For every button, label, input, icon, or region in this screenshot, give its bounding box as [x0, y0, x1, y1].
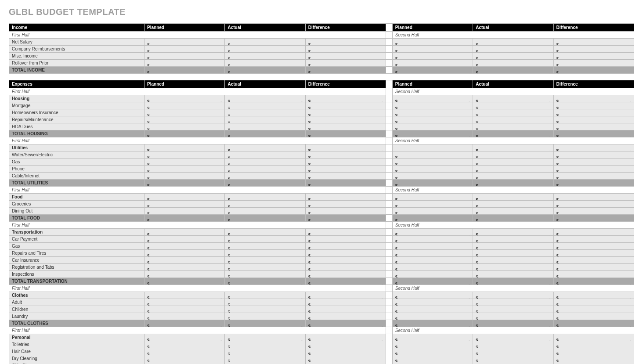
money-cell[interactable]	[392, 201, 473, 208]
money-cell[interactable]	[225, 159, 305, 166]
money-cell[interactable]	[305, 39, 386, 46]
money-cell[interactable]	[392, 159, 473, 166]
money-cell[interactable]	[225, 151, 305, 159]
money-cell[interactable]	[392, 243, 473, 250]
money-cell[interactable]	[305, 320, 386, 327]
money-cell[interactable]	[473, 46, 553, 53]
money-cell[interactable]	[553, 173, 634, 180]
money-cell[interactable]	[553, 355, 634, 362]
money-cell[interactable]	[305, 180, 386, 187]
money-cell[interactable]	[225, 208, 305, 215]
money-cell[interactable]	[473, 102, 553, 109]
money-cell[interactable]	[392, 151, 473, 159]
money-cell[interactable]	[553, 236, 634, 243]
money-cell[interactable]	[392, 102, 473, 109]
money-cell[interactable]	[225, 60, 305, 67]
money-cell[interactable]	[553, 306, 634, 313]
money-cell[interactable]	[305, 362, 386, 364]
money-cell[interactable]	[144, 243, 225, 250]
money-cell[interactable]	[144, 95, 225, 102]
money-cell[interactable]	[473, 250, 553, 257]
money-cell[interactable]	[553, 151, 634, 159]
money-cell[interactable]	[144, 123, 225, 130]
money-cell[interactable]	[392, 180, 473, 187]
money-cell[interactable]	[553, 159, 634, 166]
money-cell[interactable]	[553, 264, 634, 271]
money-cell[interactable]	[305, 116, 386, 123]
money-cell[interactable]	[553, 95, 634, 102]
money-cell[interactable]	[473, 123, 553, 130]
money-cell[interactable]	[553, 130, 634, 137]
money-cell[interactable]	[392, 46, 473, 53]
money-cell[interactable]	[305, 278, 386, 285]
money-cell[interactable]	[553, 299, 634, 306]
money-cell[interactable]	[553, 46, 634, 53]
money-cell[interactable]	[305, 264, 386, 271]
money-cell[interactable]	[553, 271, 634, 278]
money-cell[interactable]	[553, 250, 634, 257]
money-cell[interactable]	[473, 292, 553, 299]
money-cell[interactable]	[144, 39, 225, 46]
money-cell[interactable]	[553, 341, 634, 348]
money-cell[interactable]	[473, 306, 553, 313]
money-cell[interactable]	[144, 299, 225, 306]
money-cell[interactable]	[305, 250, 386, 257]
money-cell[interactable]	[305, 299, 386, 306]
money-cell[interactable]	[144, 109, 225, 116]
money-cell[interactable]	[144, 116, 225, 123]
money-cell[interactable]	[473, 278, 553, 285]
money-cell[interactable]	[553, 313, 634, 320]
money-cell[interactable]	[553, 109, 634, 116]
money-cell[interactable]	[553, 362, 634, 364]
money-cell[interactable]	[225, 144, 305, 151]
money-cell[interactable]	[305, 151, 386, 159]
money-cell[interactable]	[473, 243, 553, 250]
money-cell[interactable]	[225, 102, 305, 109]
money-cell[interactable]	[305, 123, 386, 130]
money-cell[interactable]	[473, 130, 553, 137]
money-cell[interactable]	[392, 130, 473, 137]
money-cell[interactable]	[553, 123, 634, 130]
money-cell[interactable]	[392, 60, 473, 67]
money-cell[interactable]	[553, 116, 634, 123]
money-cell[interactable]	[473, 194, 553, 201]
money-cell[interactable]	[553, 229, 634, 236]
money-cell[interactable]	[305, 257, 386, 264]
money-cell[interactable]	[305, 173, 386, 180]
money-cell[interactable]	[144, 215, 225, 222]
money-cell[interactable]	[553, 102, 634, 109]
money-cell[interactable]	[144, 271, 225, 278]
money-cell[interactable]	[392, 229, 473, 236]
money-cell[interactable]	[305, 109, 386, 116]
money-cell[interactable]	[473, 355, 553, 362]
money-cell[interactable]	[305, 102, 386, 109]
money-cell[interactable]	[473, 144, 553, 151]
money-cell[interactable]	[553, 60, 634, 67]
money-cell[interactable]	[392, 341, 473, 348]
money-cell[interactable]	[473, 95, 553, 102]
money-cell[interactable]	[225, 46, 305, 53]
money-cell[interactable]	[392, 67, 473, 74]
money-cell[interactable]	[144, 292, 225, 299]
money-cell[interactable]	[225, 355, 305, 362]
money-cell[interactable]	[225, 166, 305, 173]
money-cell[interactable]	[225, 173, 305, 180]
money-cell[interactable]	[225, 243, 305, 250]
money-cell[interactable]	[305, 334, 386, 341]
money-cell[interactable]	[225, 341, 305, 348]
money-cell[interactable]	[225, 292, 305, 299]
money-cell[interactable]	[473, 180, 553, 187]
money-cell[interactable]	[225, 348, 305, 355]
money-cell[interactable]	[392, 236, 473, 243]
money-cell[interactable]	[144, 102, 225, 109]
money-cell[interactable]	[305, 53, 386, 60]
money-cell[interactable]	[225, 250, 305, 257]
money-cell[interactable]	[392, 53, 473, 60]
money-cell[interactable]	[225, 229, 305, 236]
money-cell[interactable]	[144, 264, 225, 271]
money-cell[interactable]	[392, 313, 473, 320]
money-cell[interactable]	[473, 67, 553, 74]
money-cell[interactable]	[553, 201, 634, 208]
money-cell[interactable]	[144, 355, 225, 362]
money-cell[interactable]	[225, 320, 305, 327]
